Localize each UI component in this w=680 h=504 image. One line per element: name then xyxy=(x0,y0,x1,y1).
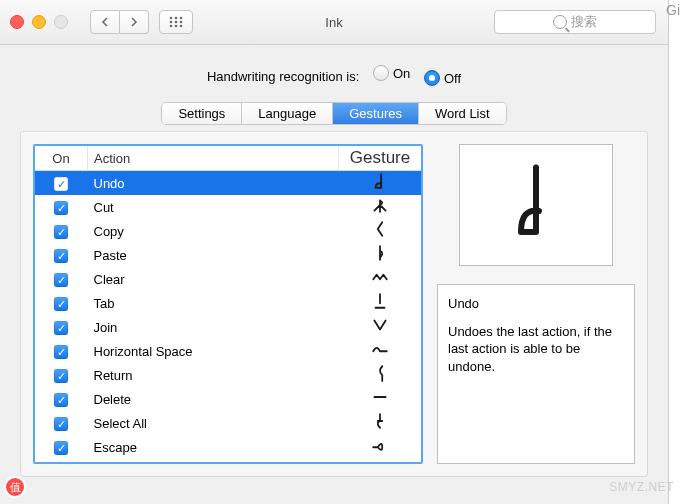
radio-on-label: On xyxy=(393,66,410,81)
handwriting-toggle-row: Handwriting recognition is: On Off xyxy=(0,45,668,102)
gestures-panel: On Action Gesture ✓Undo✓Cut✓Copy✓Paste✓C… xyxy=(20,131,648,477)
action-label: Tab xyxy=(88,291,339,315)
tab-gestures[interactable]: Gestures xyxy=(333,103,419,124)
gesture-description-title: Undo xyxy=(448,295,624,313)
tab-language[interactable]: Language xyxy=(242,103,333,124)
table-row[interactable]: ✓Join xyxy=(35,315,421,339)
gesture-glyph xyxy=(339,435,422,459)
gesture-glyph xyxy=(339,171,422,196)
minimize-icon[interactable] xyxy=(32,15,46,29)
svg-point-3 xyxy=(170,21,173,24)
gesture-glyph xyxy=(339,315,422,339)
checkbox[interactable]: ✓ xyxy=(54,273,68,287)
gesture-description: Undo Undoes the last action, if the last… xyxy=(437,284,635,464)
search-input[interactable]: 搜索 xyxy=(494,10,656,34)
action-label: Paste xyxy=(88,243,339,267)
action-label: Escape xyxy=(88,435,339,459)
svg-point-1 xyxy=(175,17,178,20)
detail-column: Undo Undoes the last action, if the last… xyxy=(437,144,635,464)
table-row[interactable]: ✓Horizontal Space xyxy=(35,339,421,363)
checkbox[interactable]: ✓ xyxy=(54,177,68,191)
chevron-left-icon xyxy=(101,17,109,27)
table-row[interactable]: ✓Escape xyxy=(35,435,421,459)
checkbox[interactable]: ✓ xyxy=(54,201,68,215)
tabs: SettingsLanguageGesturesWord List xyxy=(0,102,668,125)
checkbox[interactable]: ✓ xyxy=(54,393,68,407)
gesture-glyph xyxy=(339,195,422,219)
col-header-gesture[interactable]: Gesture xyxy=(339,146,422,171)
checkbox[interactable]: ✓ xyxy=(54,321,68,335)
table-row[interactable]: ✓Undo xyxy=(35,171,421,196)
checkbox[interactable]: ✓ xyxy=(54,441,68,455)
gestures-table-wrap[interactable]: On Action Gesture ✓Undo✓Cut✓Copy✓Paste✓C… xyxy=(33,144,423,464)
nav-buttons xyxy=(90,10,149,34)
svg-point-7 xyxy=(175,25,178,28)
action-label: Clear xyxy=(88,267,339,291)
tab-settings[interactable]: Settings xyxy=(162,103,242,124)
table-row[interactable]: ✓Tab xyxy=(35,291,421,315)
action-label: Delete xyxy=(88,387,339,411)
action-label: Join xyxy=(88,315,339,339)
action-label: Return xyxy=(88,363,339,387)
checkbox[interactable]: ✓ xyxy=(54,297,68,311)
corner-badge: 值 xyxy=(6,478,24,496)
checkbox[interactable]: ✓ xyxy=(54,225,68,239)
gesture-preview-icon xyxy=(506,160,566,250)
col-header-action[interactable]: Action xyxy=(88,146,339,171)
svg-point-4 xyxy=(175,21,178,24)
table-row[interactable]: ✓Return xyxy=(35,363,421,387)
handwriting-label: Handwriting recognition is: xyxy=(207,69,359,84)
zoom-icon[interactable] xyxy=(54,15,68,29)
checkbox[interactable]: ✓ xyxy=(54,249,68,263)
search-wrap: 搜索 xyxy=(494,10,656,34)
gesture-glyph xyxy=(339,291,422,315)
radio-on[interactable]: On xyxy=(373,65,410,81)
checkbox[interactable]: ✓ xyxy=(54,369,68,383)
action-label: Undo xyxy=(88,171,339,196)
gesture-glyph xyxy=(339,339,422,363)
svg-point-0 xyxy=(170,17,173,20)
svg-point-2 xyxy=(180,17,183,20)
svg-point-6 xyxy=(170,25,173,28)
table-row[interactable]: ✓Copy xyxy=(35,219,421,243)
gesture-preview xyxy=(459,144,613,266)
gesture-description-body: Undoes the last action, if the last acti… xyxy=(448,323,624,376)
tab-group: SettingsLanguageGesturesWord List xyxy=(161,102,506,125)
action-label: Horizontal Space xyxy=(88,339,339,363)
gesture-glyph xyxy=(339,387,422,411)
titlebar: Ink 搜索 xyxy=(0,0,668,45)
tab-word-list[interactable]: Word List xyxy=(419,103,506,124)
forward-button[interactable] xyxy=(120,10,149,34)
gesture-glyph xyxy=(339,267,422,291)
col-header-on[interactable]: On xyxy=(35,146,88,171)
close-icon[interactable] xyxy=(10,15,24,29)
action-label: Cut xyxy=(88,195,339,219)
gesture-glyph xyxy=(339,219,422,243)
table-row[interactable]: ✓Select All xyxy=(35,411,421,435)
back-button[interactable] xyxy=(90,10,120,34)
svg-point-8 xyxy=(180,25,183,28)
gesture-glyph xyxy=(339,243,422,267)
svg-point-5 xyxy=(180,21,183,24)
show-all-button[interactable] xyxy=(159,10,193,34)
search-placeholder: 搜索 xyxy=(571,13,597,31)
gesture-glyph xyxy=(339,363,422,387)
grid-icon xyxy=(169,16,183,28)
table-row[interactable]: ✓Clear xyxy=(35,267,421,291)
action-label: Select All xyxy=(88,411,339,435)
ambient-right: Gi xyxy=(666,2,680,18)
radio-icon xyxy=(373,65,389,81)
table-row[interactable]: ✓Paste xyxy=(35,243,421,267)
action-label: Copy xyxy=(88,219,339,243)
radio-icon xyxy=(424,70,440,86)
search-icon xyxy=(553,15,567,29)
table-row[interactable]: ✓Delete xyxy=(35,387,421,411)
gesture-glyph xyxy=(339,411,422,435)
radio-off-label: Off xyxy=(444,71,461,86)
preferences-window: Ink 搜索 Handwriting recognition is: On Of… xyxy=(0,0,669,504)
radio-off[interactable]: Off xyxy=(424,70,461,86)
checkbox[interactable]: ✓ xyxy=(54,345,68,359)
checkbox[interactable]: ✓ xyxy=(54,417,68,431)
window-controls xyxy=(10,15,68,29)
table-row[interactable]: ✓Cut xyxy=(35,195,421,219)
